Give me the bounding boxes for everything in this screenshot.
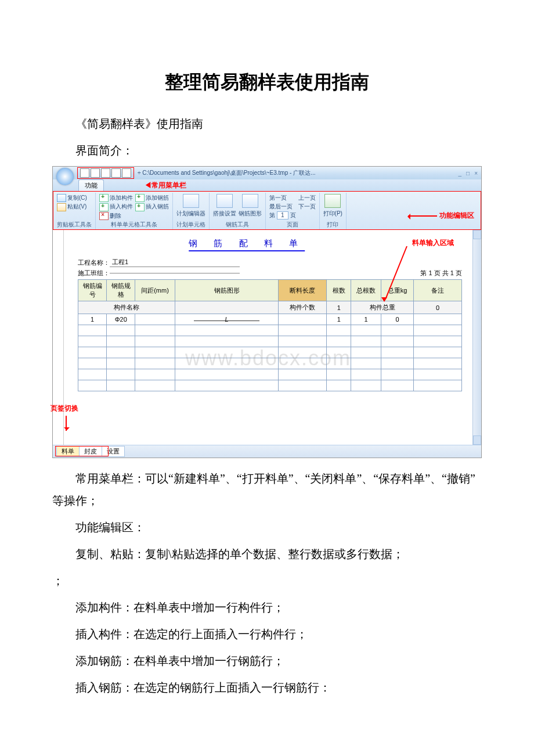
annotation-tab-switch: 页签切换 [50, 404, 78, 413]
office-orb-button[interactable] [56, 168, 74, 185]
component-name-label: 构件名称 [78, 301, 175, 314]
material-grid[interactable]: 钢筋编号 钢筋规格 间距(mm) 钢筋图形 断料长度 根数 总根数 总重kg 备… [78, 279, 462, 391]
sheet-title: 钢 筋 配 料 单 [189, 238, 305, 251]
ribbon-tab-function[interactable]: 功能 [78, 179, 104, 191]
component-weight-value: 0 [414, 301, 462, 314]
sheet-tab-cover[interactable]: 封皮 [79, 446, 102, 457]
insert-rebar-button[interactable]: 插入钢筋 [135, 203, 169, 211]
annotation-input-area: 料单输入区域 [412, 238, 454, 248]
table-row[interactable] [78, 358, 462, 369]
vertical-scrollbar[interactable] [472, 230, 481, 445]
paragraph: 界面简介： [52, 139, 482, 161]
table-row[interactable] [78, 325, 462, 336]
group-label: 打印 [323, 220, 342, 229]
qat-open-icon[interactable] [91, 168, 100, 178]
insert-component-button[interactable]: 插入构件 [99, 203, 133, 211]
proj-name-value[interactable]: 工程1 [110, 258, 240, 267]
paragraph: 复制、粘贴：复制\粘贴选择的单个数据、整行数据或多行数据； [52, 543, 482, 565]
group-label: 料单单元格工具条 [99, 220, 169, 229]
component-count-value[interactable]: 1 [327, 301, 351, 314]
table-row[interactable]: 1 Φ20 L 1 1 0 [78, 314, 462, 325]
annotation-function-area: 功能编辑区 [408, 211, 474, 221]
delete-button[interactable]: 删除 [99, 212, 133, 220]
prev-page-button[interactable]: 上一页 [298, 194, 316, 202]
paragraph: 插入钢筋：在选定的钢筋行上面插入一行钢筋行： [52, 676, 482, 699]
col-remark: 备注 [414, 280, 462, 301]
lap-settings-button[interactable]: 搭接设置 [213, 210, 236, 218]
rebar-shape-icon [242, 194, 258, 208]
close-button[interactable]: × [474, 170, 478, 177]
table-row[interactable] [78, 336, 462, 347]
minimize-button[interactable]: _ [459, 170, 462, 177]
col-cut-length: 断料长度 [279, 280, 327, 301]
qat-new-icon[interactable] [80, 168, 89, 178]
table-row[interactable] [78, 369, 462, 380]
group-label: 页面 [269, 220, 316, 229]
paste-button[interactable]: 粘贴(V) [57, 203, 87, 211]
page-number-input[interactable]: 1 [277, 211, 288, 219]
scroll-down-button[interactable] [473, 435, 481, 445]
table-row[interactable] [78, 347, 462, 358]
col-rebar-spec: 钢筋规格 [107, 280, 135, 301]
worksheet-area: 料单输入区域 钢 筋 配 料 单 工程名称：工程1 施工班组：第 1 页 共 1… [53, 230, 481, 445]
col-rebar-no: 钢筋编号 [78, 280, 107, 301]
scroll-up-button[interactable] [473, 230, 481, 239]
add-component-button[interactable]: 添加构件 [99, 194, 133, 202]
proj-name-label: 工程名称： [78, 258, 110, 267]
qat-redo-icon[interactable] [122, 168, 131, 178]
group-label: 剪贴板工具条 [57, 220, 92, 229]
window-titlebar: ÷ C:\Documents and Settings\gaohj\桌面\Pro… [53, 167, 481, 179]
printer-icon [324, 194, 341, 208]
next-page-button[interactable]: 下一页 [298, 203, 316, 211]
add-rebar-button[interactable]: 添加钢筋 [135, 194, 169, 202]
col-total-count: 总根数 [351, 280, 381, 301]
qat-undo-icon[interactable] [111, 168, 121, 178]
component-count-label: 构件个数 [279, 301, 327, 314]
rebar-shape-button[interactable]: 钢筋图形 [239, 210, 262, 218]
copy-button[interactable]: 复制(C) [57, 194, 87, 202]
window-title-path: ÷ C:\Documents and Settings\gaohj\桌面\Pro… [138, 169, 459, 177]
paragraph: 插入构件：在选定的行上面插入一行构件行； [52, 623, 482, 645]
paragraph: 《简易翻样表》使用指南 [52, 113, 482, 135]
paragraph: 功能编辑区： [52, 516, 482, 538]
plan-editor-icon [183, 194, 199, 208]
ribbon-tabs: 功能 [53, 179, 481, 191]
col-shape: 钢筋图形 [175, 280, 279, 301]
paper-canvas[interactable]: 料单输入区域 钢 筋 配 料 单 工程名称：工程1 施工班组：第 1 页 共 1… [64, 230, 472, 445]
app-screenshot: ÷ C:\Documents and Settings\gaohj\桌面\Pro… [52, 166, 482, 458]
qat-save-icon[interactable] [101, 168, 110, 178]
first-page-button[interactable]: 第一页 [269, 194, 296, 202]
sheet-tabs: 料单 封皮 设置 [53, 445, 481, 458]
col-spacing: 间距(mm) [135, 280, 175, 301]
table-row[interactable] [78, 380, 462, 391]
page-title: 整理简易翻样表使用指南 [52, 70, 482, 95]
annotation-arrow [66, 416, 67, 431]
paragraph: 添加构件：在料单表中增加一行构件行； [52, 596, 482, 618]
team-label: 施工班组： [78, 269, 110, 278]
maximize-button[interactable]: □ [466, 170, 470, 177]
sheet-tab-material[interactable]: 料单 [56, 446, 80, 457]
col-count: 根数 [327, 280, 351, 301]
page-indicator: 第 1 页 共 1 页 [420, 269, 462, 278]
group-label: 计划单元格 [176, 220, 205, 229]
plan-editor-button[interactable]: 计划编辑器 [176, 210, 205, 218]
last-page-button[interactable]: 最后一页 [269, 203, 296, 211]
team-value[interactable] [110, 273, 240, 273]
print-button[interactable]: 打印(P) [323, 210, 342, 218]
paragraph: ； [52, 570, 482, 592]
lap-settings-icon [217, 194, 233, 208]
component-name-value[interactable] [175, 301, 279, 314]
annotation-qat: ◀常用菜单栏 [145, 181, 186, 190]
group-label: 钢筋工具 [213, 220, 262, 229]
paragraph: 添加钢筋：在料单表中增加一行钢筋行； [52, 650, 482, 672]
paragraph: 常用菜单栏：可以“新建料单”、“打开料单”、“关闭料单”、“保存料单”、“撤销”… [52, 467, 482, 512]
sheet-tab-settings[interactable]: 设置 [102, 446, 125, 457]
quick-access-toolbar[interactable] [77, 167, 134, 179]
